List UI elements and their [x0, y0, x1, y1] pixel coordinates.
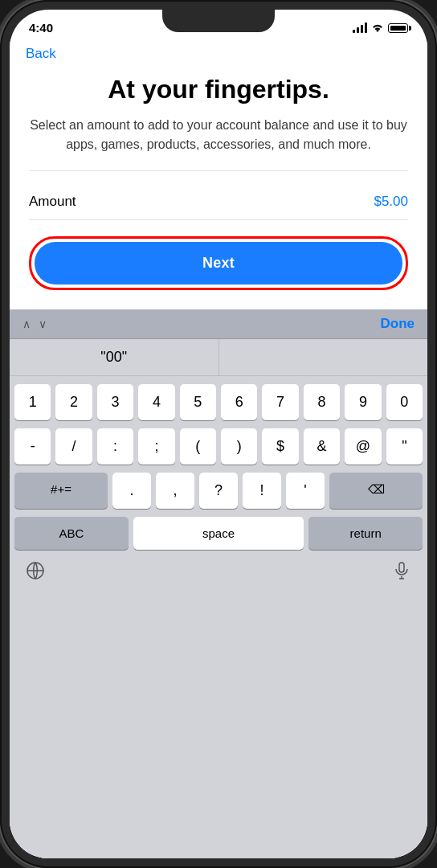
key-8[interactable]: 8 [304, 384, 340, 420]
divider [29, 170, 408, 171]
battery-icon [388, 23, 408, 33]
nav-bar: Back [10, 39, 427, 65]
key-row-3: #+= . , ? ! ' ⌫ [14, 473, 423, 509]
phone-screen: 4:40 Back [10, 10, 427, 858]
key-9[interactable]: 9 [345, 384, 381, 420]
next-arrow[interactable]: ∨ [39, 317, 47, 330]
globe-icon[interactable] [26, 561, 45, 580]
next-button-wrapper: Next [29, 236, 408, 290]
wifi-icon [371, 23, 384, 33]
phone-frame: 4:40 Back [0, 0, 437, 868]
key-period[interactable]: . [112, 473, 151, 509]
picker-col-1[interactable]: "00" [10, 339, 219, 375]
key-3[interactable]: 3 [97, 384, 133, 420]
key-comma[interactable]: , [156, 473, 194, 509]
key-ampersand[interactable]: & [304, 428, 340, 465]
key-hashplus[interactable]: #+= [14, 473, 108, 509]
next-button[interactable]: Next [35, 242, 402, 285]
amount-label: Amount [29, 194, 76, 210]
backspace-key[interactable]: ⌫ [329, 473, 423, 509]
signal-icon [353, 23, 367, 33]
key-rparen[interactable]: ) [221, 428, 257, 465]
status-time: 4:40 [29, 21, 53, 35]
picker-row: "00" [10, 339, 427, 376]
key-exclaim[interactable]: ! [243, 473, 281, 509]
prev-arrow[interactable]: ∧ [22, 317, 31, 330]
key-4[interactable]: 4 [138, 384, 174, 420]
key-5[interactable]: 5 [180, 384, 216, 420]
key-slash[interactable]: / [55, 428, 92, 465]
key-6[interactable]: 6 [221, 384, 257, 420]
key-colon[interactable]: : [97, 428, 133, 465]
amount-row: Amount $5.00 [29, 184, 408, 220]
key-0[interactable]: 0 [386, 384, 423, 420]
key-space[interactable]: space [133, 517, 304, 550]
key-7[interactable]: 7 [262, 384, 298, 420]
svg-rect-1 [399, 563, 404, 572]
done-button[interactable]: Done [381, 316, 415, 332]
bottom-bar [10, 555, 427, 587]
keyboard-area: ∧ ∨ Done "00" 1 2 3 [10, 309, 427, 858]
amount-value: $5.00 [374, 194, 408, 210]
app-content: Back At your fingertips. Select an amoun… [10, 39, 427, 858]
key-2[interactable]: 2 [55, 384, 92, 420]
key-question[interactable]: ? [199, 473, 238, 509]
mic-icon[interactable] [392, 561, 411, 580]
back-button[interactable]: Back [26, 46, 56, 62]
key-lparen[interactable]: ( [180, 428, 216, 465]
key-at[interactable]: @ [345, 428, 381, 465]
key-abc[interactable]: ABC [14, 517, 129, 550]
keyboard-rows: 1 2 3 4 5 6 7 8 9 0 - / [10, 376, 427, 555]
key-quote[interactable]: " [386, 428, 423, 465]
key-row-1: 1 2 3 4 5 6 7 8 9 0 [14, 384, 423, 420]
key-dash[interactable]: - [14, 428, 51, 465]
page-description: Select an amount to add to your account … [29, 116, 408, 154]
key-dollar[interactable]: $ [262, 428, 298, 465]
key-row-2: - / : ; ( ) $ & @ " [14, 428, 423, 465]
key-semicolon[interactable]: ; [138, 428, 174, 465]
status-icons [353, 23, 408, 33]
key-1[interactable]: 1 [14, 384, 51, 420]
picker-col-2 [219, 339, 428, 375]
key-row-4: ABC space return [14, 517, 423, 550]
toolbar-arrows: ∧ ∨ [22, 317, 47, 330]
content-area: At your fingertips. Select an amount to … [10, 65, 427, 309]
key-apostrophe[interactable]: ' [286, 473, 325, 509]
keyboard-toolbar: ∧ ∨ Done [10, 309, 427, 339]
key-return[interactable]: return [308, 517, 423, 550]
page-title: At your fingertips. [29, 75, 408, 104]
notch [162, 10, 275, 32]
